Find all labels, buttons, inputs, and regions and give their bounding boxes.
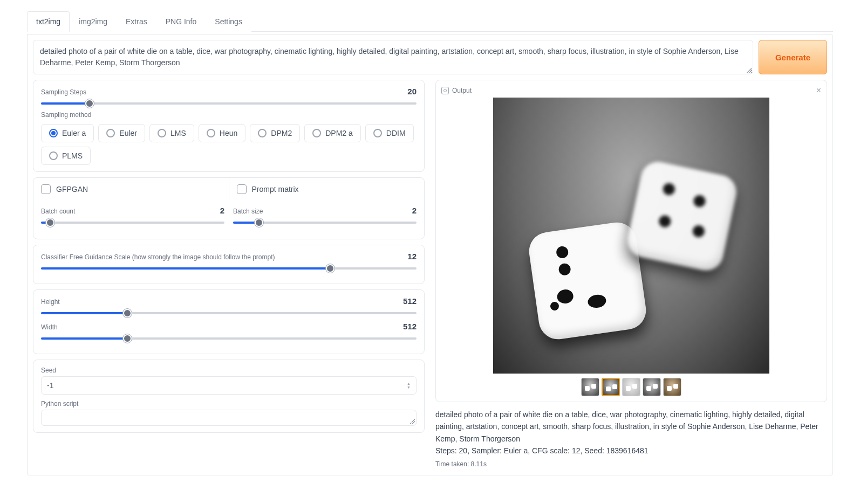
thumbnail-0[interactable] [581, 378, 599, 396]
radio-icon [258, 129, 267, 137]
sampling-method-label: Sampling method [41, 111, 417, 119]
radio-icon [207, 129, 215, 137]
sampler-lms[interactable]: LMS [149, 124, 194, 142]
caption-time: Time taken: 8.11s [435, 459, 827, 470]
thumbnail-1[interactable] [602, 378, 620, 396]
radio-icon [312, 129, 321, 137]
seed-input[interactable]: -1 ▲▼ [41, 376, 417, 395]
batch-count-slider[interactable] [41, 217, 224, 228]
tab-img2img[interactable]: img2img [70, 11, 117, 32]
seed-label: Seed [41, 367, 417, 374]
sampling-steps-slider[interactable] [41, 98, 417, 109]
stepper-icon[interactable]: ▲▼ [407, 382, 411, 389]
tab-bar: txt2img img2img Extras PNG Info Settings [27, 11, 833, 32]
radio-icon [49, 129, 58, 137]
output-label: Output [452, 87, 472, 94]
tab-txt2img[interactable]: txt2img [27, 11, 70, 32]
height-slider[interactable] [41, 308, 417, 319]
radio-icon [158, 129, 166, 137]
cfg-value: 12 [407, 252, 417, 261]
prompt-input[interactable]: detailed photo of a pair of white die on… [33, 40, 753, 74]
sampling-steps-value: 20 [407, 87, 417, 96]
python-input[interactable] [41, 410, 417, 426]
thumbnail-4[interactable] [663, 378, 681, 396]
sampler-euler-a[interactable]: Euler a [41, 124, 94, 142]
tab-settings[interactable]: Settings [206, 11, 251, 32]
cfg-label: Classifier Free Guidance Scale (how stro… [41, 253, 275, 261]
tab-png-info[interactable]: PNG Info [156, 11, 206, 32]
thumbnail-3[interactable] [643, 378, 661, 396]
sampler-euler[interactable]: Euler [98, 124, 145, 142]
sampler-plms[interactable]: PLMS [41, 147, 91, 165]
output-panel: Output × [435, 80, 827, 402]
sampler-dpm2-a[interactable]: DPM2 a [304, 124, 361, 142]
close-icon[interactable]: × [816, 86, 821, 95]
width-slider[interactable] [41, 333, 417, 344]
output-image[interactable] [493, 98, 769, 374]
dimensions-group: Height 512 Width 512 [33, 289, 425, 354]
batch-count-value: 2 [220, 206, 224, 215]
sampling-method-radios: Euler aEulerLMSHeunDPM2DPM2 aDDIMPLMS [41, 124, 417, 165]
prompt-matrix-checkbox[interactable]: Prompt matrix [229, 178, 425, 201]
sampler-dpm2[interactable]: DPM2 [250, 124, 300, 142]
output-thumbnails [441, 378, 821, 396]
seed-script-group: Seed -1 ▲▼ Python script [33, 360, 425, 433]
sampler-ddim[interactable]: DDIM [365, 124, 414, 142]
batch-count-label: Batch count [41, 208, 75, 215]
gfpgan-checkbox[interactable]: GFPGAN [33, 178, 229, 201]
main-panel: detailed photo of a pair of white die on… [27, 34, 833, 475]
width-label: Width [41, 323, 58, 331]
sampling-group: Sampling Steps 20 Sampling method Euler … [33, 80, 425, 172]
checkbox-group: GFPGAN Prompt matrix Batch count 2 [33, 177, 425, 239]
image-icon [441, 87, 449, 94]
thumbnail-2[interactable] [622, 378, 640, 396]
cfg-slider[interactable] [41, 263, 417, 274]
sampling-steps-label: Sampling Steps [41, 88, 86, 96]
batch-size-slider[interactable] [233, 217, 417, 228]
cfg-group: Classifier Free Guidance Scale (how stro… [33, 245, 425, 284]
radio-icon [373, 129, 382, 137]
radio-icon [49, 151, 58, 160]
output-caption: detailed photo of a pair of white die on… [435, 409, 827, 470]
python-label: Python script [41, 400, 417, 408]
height-label: Height [41, 298, 60, 306]
batch-size-label: Batch size [233, 208, 263, 215]
generate-button[interactable]: Generate [759, 40, 827, 74]
radio-icon [106, 129, 115, 137]
caption-prompt: detailed photo of a pair of white die on… [435, 409, 827, 445]
tab-extras[interactable]: Extras [117, 11, 156, 32]
caption-params: Steps: 20, Sampler: Euler a, CFG scale: … [435, 445, 827, 457]
sampler-heun[interactable]: Heun [199, 124, 245, 142]
width-value: 512 [403, 322, 417, 331]
height-value: 512 [403, 296, 417, 306]
batch-size-value: 2 [412, 206, 417, 215]
